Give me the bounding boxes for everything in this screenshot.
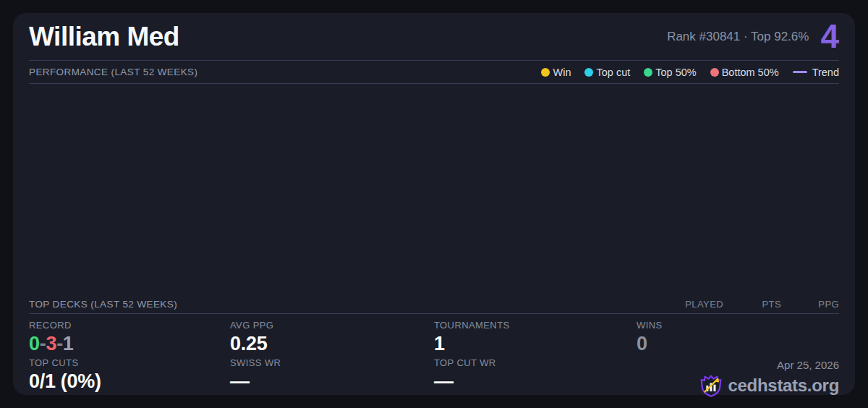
big-rank-number: 4 <box>820 20 839 53</box>
card-footer: Apr 25, 2026 cedhstats.org <box>637 357 839 395</box>
stat-top-cuts: TOP CUTS 0/1 (0%) <box>29 357 230 395</box>
brand-name: cedhstats.org <box>728 375 839 396</box>
stat-label: SWISS WR <box>230 357 434 368</box>
record-losses: 3 <box>46 333 56 354</box>
stat-avg-ppg: AVG PPG 0.25 <box>230 320 434 357</box>
rank-text: Rank #30841 · Top 92.6% <box>667 30 809 44</box>
column-header-pts: PTS <box>723 299 781 310</box>
legend-label: Top 50% <box>655 67 696 78</box>
column-header-ppg: PPG <box>781 299 839 310</box>
record-wins: 0 <box>29 333 40 354</box>
brand-row: cedhstats.org <box>637 373 839 398</box>
stat-swiss-wr: SWISS WR — <box>230 357 434 395</box>
record-draws: 1 <box>63 333 74 354</box>
top-decks-section-title: TOP DECKS (LAST 52 WEEKS) <box>29 299 177 310</box>
stat-label: WINS <box>637 320 839 331</box>
header-rank-group: Rank #30841 · Top 92.6% 4 <box>667 21 839 53</box>
stat-label: TOP CUTS <box>29 357 230 368</box>
card-header: William Med Rank #30841 · Top 92.6% 4 <box>29 13 839 61</box>
stat-record: RECORD 0-3-1 <box>29 320 230 357</box>
legend-label: Top cut <box>596 67 630 78</box>
record-value: 0-3-1 <box>29 333 230 355</box>
stat-value: — <box>434 370 637 393</box>
legend-item-bottom50: Bottom 50% <box>710 67 779 78</box>
snapshot-date: Apr 25, 2026 <box>637 359 839 371</box>
stat-label: TOURNAMENTS <box>434 320 637 331</box>
performance-section-title: PERFORMANCE (LAST 52 WEEKS) <box>29 67 197 77</box>
legend-item-top50: Top 50% <box>644 67 696 78</box>
top-decks-header-row: TOP DECKS (LAST 52 WEEKS) PLAYED PTS PPG <box>29 295 839 314</box>
top-decks-column-headers: PLAYED PTS PPG <box>665 299 839 310</box>
stat-tournaments: TOURNAMENTS 1 <box>434 320 637 357</box>
top50-dot-icon <box>644 68 652 77</box>
top-cut-dot-icon <box>584 68 593 77</box>
stat-label: TOP CUT WR <box>434 357 637 368</box>
bottom50-dot-icon <box>710 68 719 77</box>
stat-wins: WINS 0 <box>637 320 839 357</box>
legend-item-win: Win <box>541 67 571 78</box>
stat-label: RECORD <box>29 320 230 331</box>
stats-grid: RECORD 0-3-1 AVG PPG 0.25 TOURNAMENTS 1 … <box>29 314 839 395</box>
stat-value: — <box>230 370 434 393</box>
stat-value: 0 <box>637 333 839 355</box>
legend-label: Trend <box>812 67 839 78</box>
record-separator: - <box>56 333 63 354</box>
legend-label: Win <box>553 67 571 78</box>
performance-header-row: PERFORMANCE (LAST 52 WEEKS) Win Top cut … <box>29 61 839 84</box>
cedhstats-logo-icon <box>699 373 723 398</box>
player-stats-card: William Med Rank #30841 · Top 92.6% 4 PE… <box>13 13 855 395</box>
win-dot-icon <box>541 68 550 77</box>
performance-chart <box>29 84 839 295</box>
trend-line-icon <box>793 71 807 73</box>
stat-label: AVG PPG <box>230 320 434 331</box>
legend-label: Bottom 50% <box>722 67 779 78</box>
stat-value: 0/1 (0%) <box>29 370 230 393</box>
chart-legend: Win Top cut Top 50% Bottom 50% Trend <box>541 67 839 78</box>
stat-value: 1 <box>434 333 637 355</box>
column-header-played: PLAYED <box>665 299 723 310</box>
legend-item-top-cut: Top cut <box>584 67 630 78</box>
legend-item-trend: Trend <box>793 67 839 78</box>
stat-top-cut-wr: TOP CUT WR — <box>434 357 637 395</box>
player-name: William Med <box>29 22 179 52</box>
stat-value: 0.25 <box>230 333 434 355</box>
